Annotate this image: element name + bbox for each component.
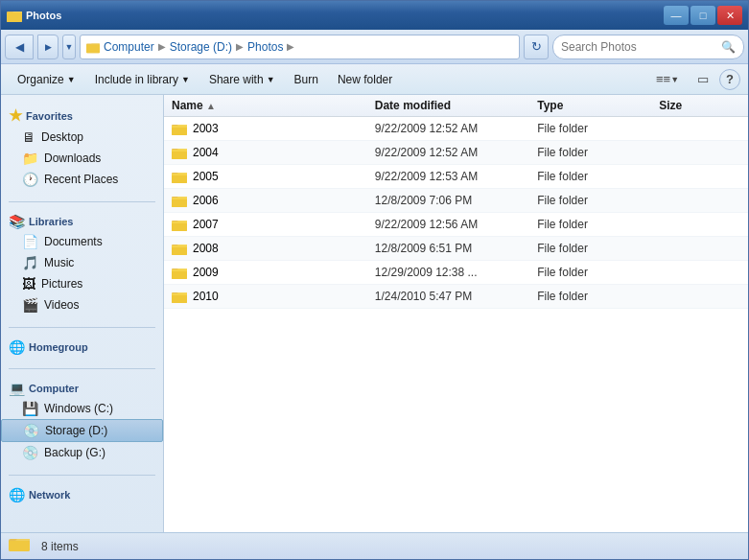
back-button[interactable]: ◀ bbox=[5, 35, 34, 59]
file-name-cell: 2004 bbox=[172, 145, 375, 160]
homegroup-header[interactable]: 🌐 Homegroup bbox=[1, 336, 163, 357]
forward-button[interactable]: ▶ bbox=[37, 35, 59, 59]
breadcrumb-computer[interactable]: Computer bbox=[104, 40, 154, 54]
file-date-cell: 9/22/2009 12:56 AM bbox=[375, 218, 537, 231]
sidebar-item-backup-g[interactable]: 💿 Backup (G:) bbox=[1, 442, 163, 463]
new-folder-button[interactable]: New folder bbox=[329, 68, 401, 91]
folder-name: 2007 bbox=[193, 218, 219, 231]
sidebar-item-documents[interactable]: 📄 Documents bbox=[1, 231, 163, 252]
svg-rect-15 bbox=[172, 198, 187, 199]
column-header-name[interactable]: Name ▲ bbox=[172, 99, 375, 112]
sidebar-item-storage-d[interactable]: 💿 Storage (D:) bbox=[1, 419, 163, 442]
file-type-cell: File folder bbox=[537, 266, 659, 279]
change-view-button[interactable]: ≡≡ ▼ bbox=[648, 68, 687, 91]
sidebar-item-music[interactable]: 🎵 Music bbox=[1, 252, 163, 273]
table-row[interactable]: 2003 9/22/2009 12:52 AM File folder bbox=[164, 117, 748, 141]
svg-rect-9 bbox=[172, 150, 187, 152]
sidebar-item-recent-places[interactable]: 🕐 Recent Places bbox=[1, 169, 163, 190]
toolbar-right: ≡≡ ▼ ▭ ? bbox=[648, 68, 740, 91]
music-icon: 🎵 bbox=[22, 255, 38, 270]
computer-icon: 💻 bbox=[9, 381, 25, 396]
windows-c-icon: 💾 bbox=[22, 401, 38, 416]
maximize-button[interactable]: □ bbox=[690, 6, 715, 25]
organize-dropdown-icon: ▼ bbox=[67, 75, 76, 84]
computer-header[interactable]: 💻 Computer bbox=[1, 377, 163, 398]
network-icon: 🌐 bbox=[9, 487, 25, 502]
sidebar-item-windows-c[interactable]: 💾 Windows (C:) bbox=[1, 398, 163, 419]
table-row[interactable]: 2004 9/22/2009 12:52 AM File folder bbox=[164, 141, 748, 165]
libraries-header[interactable]: 📚 Libraries bbox=[1, 210, 163, 231]
file-type-cell: File folder bbox=[537, 242, 659, 255]
pictures-icon: 🖼 bbox=[22, 276, 35, 292]
folder-icon bbox=[172, 217, 187, 232]
folder-name: 2006 bbox=[193, 194, 219, 207]
address-bar: ◀ ▶ ▼ Computer ▶ Storage (D:) ▶ Photos ▶… bbox=[1, 30, 748, 64]
favorites-header[interactable]: ★ Favorites bbox=[1, 103, 163, 127]
folder-name: 2008 bbox=[193, 242, 219, 255]
table-row[interactable]: 2009 12/29/2009 12:38 ... File folder bbox=[164, 261, 748, 285]
help-button[interactable]: ? bbox=[719, 69, 740, 90]
folder-name: 2009 bbox=[193, 266, 219, 279]
recent-places-icon: 🕐 bbox=[22, 172, 38, 187]
status-bar: 8 items bbox=[1, 532, 748, 559]
network-header[interactable]: 🌐 Network bbox=[1, 483, 163, 504]
share-dropdown-icon: ▼ bbox=[267, 75, 275, 84]
title-bar-controls: — □ ✕ bbox=[664, 6, 742, 25]
table-row[interactable]: 2010 1/24/2010 5:47 PM File folder bbox=[164, 285, 748, 309]
column-header-type[interactable]: Type bbox=[537, 99, 659, 112]
sidebar-divider-2 bbox=[9, 327, 155, 328]
sidebar-item-pictures[interactable]: 🖼 Pictures bbox=[1, 273, 163, 294]
breadcrumb-storage[interactable]: Storage (D:) bbox=[170, 40, 232, 54]
organize-label: Organize bbox=[17, 73, 64, 86]
search-input[interactable] bbox=[561, 40, 717, 54]
file-type-cell: File folder bbox=[537, 290, 659, 303]
libraries-section: 📚 Libraries 📄 Documents 🎵 Music 🖼 Pictur… bbox=[1, 206, 163, 323]
minimize-button[interactable]: — bbox=[664, 6, 689, 25]
svg-rect-24 bbox=[172, 269, 187, 271]
include-in-library-button[interactable]: Include in library ▼ bbox=[86, 68, 199, 91]
burn-label: Burn bbox=[294, 73, 318, 86]
homegroup-section: 🌐 Homegroup bbox=[1, 332, 163, 364]
file-name-cell: 2006 bbox=[172, 193, 375, 208]
svg-rect-21 bbox=[172, 245, 187, 247]
file-name-cell: 2005 bbox=[172, 169, 375, 184]
svg-rect-3 bbox=[86, 44, 100, 53]
new-folder-label: New folder bbox=[338, 73, 392, 86]
svg-rect-29 bbox=[9, 541, 30, 551]
breadcrumb-photos[interactable]: Photos bbox=[247, 40, 283, 54]
network-section: 🌐 Network bbox=[1, 479, 163, 512]
breadcrumb: Computer ▶ Storage (D:) ▶ Photos ▶ bbox=[80, 35, 520, 59]
folder-icon bbox=[172, 289, 187, 304]
sort-arrow-icon: ▲ bbox=[206, 101, 216, 111]
organize-button[interactable]: Organize ▼ bbox=[9, 68, 84, 91]
close-button[interactable]: ✕ bbox=[717, 6, 742, 25]
file-name-cell: 2003 bbox=[172, 121, 375, 136]
sidebar-item-desktop[interactable]: 🖥 Desktop bbox=[1, 127, 163, 148]
burn-button[interactable]: Burn bbox=[286, 68, 327, 91]
file-date-cell: 9/22/2009 12:53 AM bbox=[375, 170, 537, 183]
recent-locations-button[interactable]: ▼ bbox=[62, 35, 76, 59]
folder-name: 2010 bbox=[193, 290, 219, 303]
file-date-cell: 1/24/2010 5:47 PM bbox=[375, 290, 537, 303]
table-row[interactable]: 2005 9/22/2009 12:53 AM File folder bbox=[164, 165, 748, 189]
favorites-star-icon: ★ bbox=[9, 106, 22, 125]
table-row[interactable]: 2007 9/22/2009 12:56 AM File folder bbox=[164, 213, 748, 237]
sidebar-item-videos[interactable]: 🎬 Videos bbox=[1, 294, 163, 315]
table-row[interactable]: 2006 12/8/2009 7:06 PM File folder bbox=[164, 189, 748, 213]
table-row[interactable]: 2008 12/8/2009 6:51 PM File folder bbox=[164, 237, 748, 261]
refresh-button[interactable]: ↻ bbox=[524, 35, 549, 59]
svg-rect-27 bbox=[172, 293, 187, 295]
folder-icon bbox=[172, 169, 187, 184]
sidebar: ★ Favorites 🖥 Desktop 📁 Downloads 🕐 Rece… bbox=[1, 95, 164, 532]
status-item-count: 8 items bbox=[41, 540, 79, 553]
sidebar-divider-1 bbox=[9, 201, 155, 202]
file-type-cell: File folder bbox=[537, 146, 659, 159]
column-header-size[interactable]: Size bbox=[659, 99, 740, 112]
file-type-cell: File folder bbox=[537, 170, 659, 183]
share-with-button[interactable]: Share with ▼ bbox=[200, 68, 284, 91]
favorites-section: ★ Favorites 🖥 Desktop 📁 Downloads 🕐 Rece… bbox=[1, 99, 163, 198]
file-date-cell: 12/8/2009 6:51 PM bbox=[375, 242, 537, 255]
column-header-date[interactable]: Date modified bbox=[375, 99, 537, 112]
sidebar-item-downloads[interactable]: 📁 Downloads bbox=[1, 148, 163, 169]
preview-pane-button[interactable]: ▭ bbox=[690, 68, 715, 91]
